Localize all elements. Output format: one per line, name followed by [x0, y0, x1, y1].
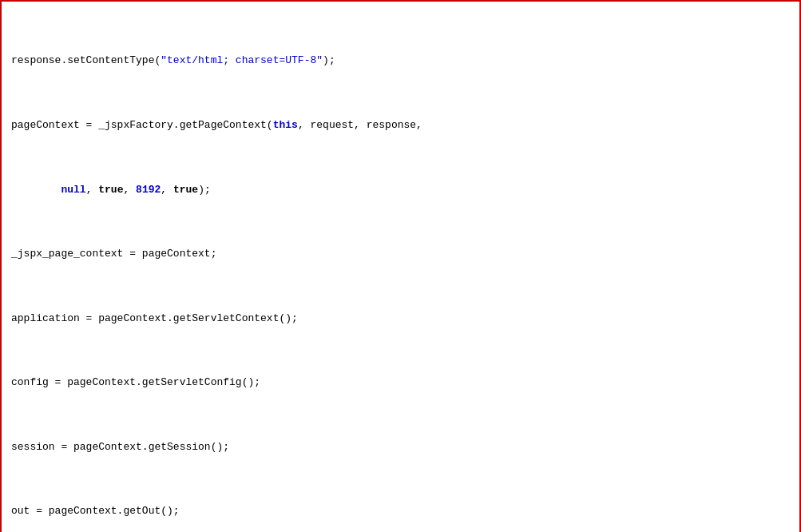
code-viewer: response.setContentType("text/html; char… [0, 0, 801, 532]
code-line-1: response.setContentType("text/html; char… [8, 53, 793, 69]
code-line-8: out = pageContext.getOut(); [8, 503, 793, 519]
code-line-6: config = pageContext.getServletConfig(); [8, 375, 793, 391]
code-line-2: pageContext = _jspxFactory.getPageContex… [8, 117, 793, 133]
code-content: response.setContentType("text/html; char… [2, 2, 799, 532]
code-line-4: _jspx_page_context = pageContext; [8, 246, 793, 262]
code-line-3: null, true, 8192, true); [8, 182, 793, 198]
code-line-5: application = pageContext.getServletCont… [8, 311, 793, 327]
code-line-7: session = pageContext.getSession(); [8, 439, 793, 455]
